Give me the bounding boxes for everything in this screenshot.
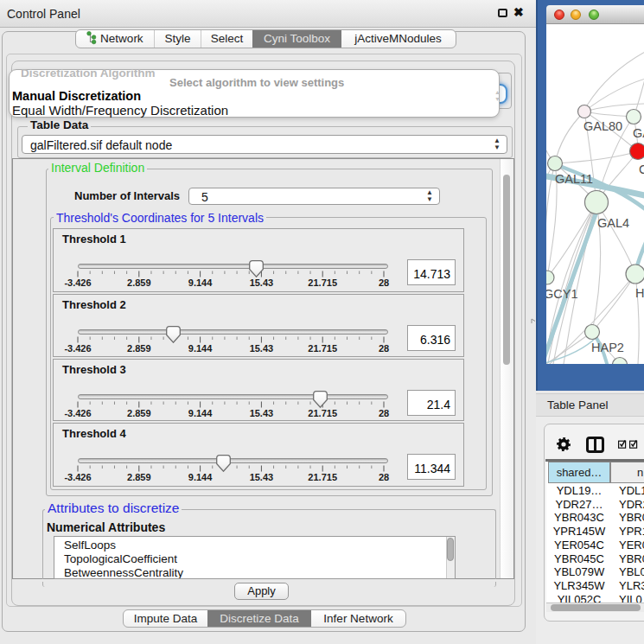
svg-text:C: C [639,163,644,176]
svg-text:HAP2: HAP2 [591,341,624,354]
svg-text:GAL4: GAL4 [597,216,629,230]
svg-text:HIS4: HIS4 [635,286,644,300]
svg-text:GAL…: GAL… [633,126,644,140]
svg-text:GCY1: GCY1 [546,287,578,301]
svg-text:GAL11: GAL11 [555,172,593,186]
svg-text:GAL80: GAL80 [583,119,622,133]
